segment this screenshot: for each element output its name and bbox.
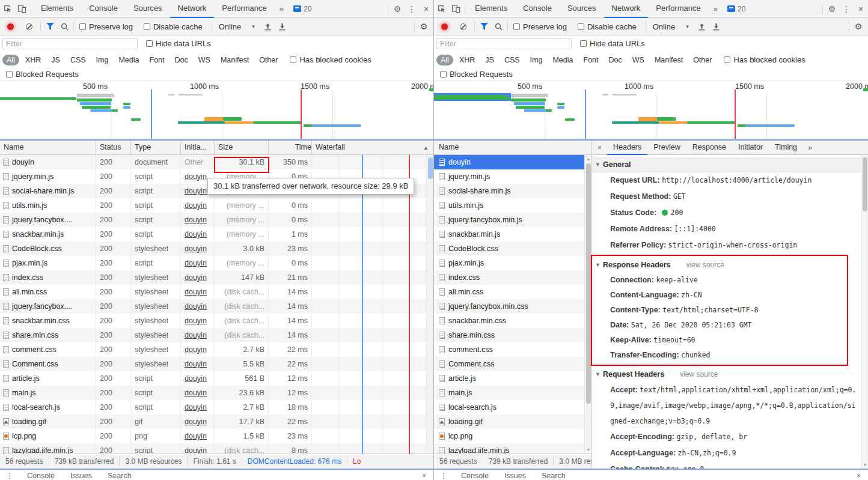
filter-pill-img[interactable]: Img [92,55,113,65]
blocked-requests-checkbox[interactable] [440,71,447,77]
initiator-link[interactable]: douyin [185,389,207,397]
table-row[interactable]: index.css200stylesheetdouyin147 kB21 ms [0,270,433,285]
view-source-link[interactable]: view source [680,370,718,378]
name-column-header[interactable]: Name [434,141,591,155]
column-header-waterfall[interactable]: Waterfall▲ [312,141,433,154]
settings-gear-icon[interactable]: ⚙ [825,1,839,17]
import-har-icon[interactable] [261,19,275,34]
kebab-menu-icon[interactable]: ⋮ [0,470,19,480]
disable-cache-checkbox[interactable] [144,23,150,30]
vertical-scrollbar[interactable]: ▼ [861,155,868,469]
drawer-tab-search[interactable]: Search [534,470,573,480]
network-settings-gear-icon[interactable]: ⚙ [851,19,866,34]
scrollbar-thumb[interactable] [428,157,433,179]
hide-data-urls-checkbox[interactable] [580,40,587,47]
close-drawer-icon[interactable]: × [415,470,433,480]
device-toolbar-icon[interactable] [448,1,463,17]
clear-icon[interactable] [26,23,32,30]
table-row[interactable]: main.js200scriptdouyin23.6 kB12 ms [0,386,433,400]
search-icon[interactable] [57,19,72,34]
initiator-link[interactable]: douyin [185,418,207,426]
drawer-tab-issues[interactable]: Issues [497,470,534,480]
network-request-table[interactable]: douyin200documentOther30.1 kB350 msjquer… [0,155,433,454]
filter-pill-js[interactable]: JS [47,55,64,65]
timeline-overview[interactable]: 500 ms1000 ms1500 ms2000 ms [0,81,433,139]
detail-tab-preview[interactable]: Preview [647,141,686,155]
export-har-icon[interactable] [275,19,290,34]
list-item[interactable]: utils.min.js [434,198,591,213]
initiator-link[interactable]: douyin [185,302,207,311]
column-header-name[interactable]: Name [0,141,96,154]
filter-input[interactable] [2,38,138,49]
list-item[interactable]: jquery.fancybox.min.js [434,213,591,227]
clear-icon[interactable] [460,23,466,30]
list-item[interactable]: social-share.min.js [434,184,591,198]
scroll-up-icon[interactable]: ▲ [585,157,591,161]
vertical-scrollbar[interactable] [426,155,433,454]
filter-pill-other[interactable]: Other [689,55,716,65]
table-row[interactable]: all.min.css200stylesheetdouyin(disk cach… [0,285,433,299]
initiator-link[interactable]: douyin [185,360,207,368]
drawer-tab-issues[interactable]: Issues [63,470,100,480]
list-item[interactable]: icp.png [434,429,591,443]
column-header-status[interactable]: Status [96,141,131,154]
filter-input[interactable] [436,38,572,49]
table-row[interactable]: utils.min.js200scriptdouyin(memory ...0 … [0,198,433,213]
disable-cache-checkbox[interactable] [578,23,584,30]
blocked-requests-checkbox[interactable] [6,71,13,77]
table-row[interactable]: jquery.fancybox....200stylesheetdouyin(d… [0,299,433,314]
close-details-icon[interactable]: × [592,144,607,152]
table-row[interactable]: snackbar.min.js200scriptdouyin(memory ..… [0,227,433,242]
detail-tab-headers[interactable]: Headers [607,141,647,155]
initiator-link[interactable]: douyin [185,273,207,282]
list-item[interactable]: main.js [434,386,591,400]
initiator-link[interactable]: douyin [185,374,207,383]
filter-pill-xhr[interactable]: XHR [455,55,479,65]
column-header-type[interactable]: Type [131,141,181,154]
table-row[interactable]: CodeBlock.css200stylesheetdouyin3.0 kB23… [0,242,433,256]
list-item[interactable]: jquery.min.js [434,169,591,184]
preserve-log-checkbox[interactable] [513,23,520,30]
table-row[interactable]: comment.css200stylesheetdouyin2.7 kB22 m… [0,342,433,357]
table-row[interactable]: share.min.css200stylesheetdouyin(disk ca… [0,328,433,342]
detail-tab-timing[interactable]: Timing [769,141,803,155]
scrollbar-thumb[interactable] [586,163,591,404]
list-item[interactable]: all.min.css [434,285,591,299]
filter-pill-img[interactable]: Img [526,55,547,65]
kebab-menu-icon[interactable]: ⋮ [405,1,419,17]
kebab-menu-icon[interactable]: ⋮ [434,470,453,480]
list-item[interactable]: index.css [434,270,591,285]
filter-pill-css[interactable]: CSS [500,55,524,65]
filter-pill-doc[interactable]: Doc [605,55,626,65]
initiator-link[interactable]: douyin [185,345,207,354]
inspect-icon[interactable] [0,1,14,17]
tab-console[interactable]: Console [81,0,126,18]
issues-badge-icon[interactable] [293,5,301,12]
scroll-down-icon[interactable]: ▼ [585,448,591,452]
initiator-link[interactable]: douyin [185,403,207,412]
initiator-link[interactable]: douyin [185,317,207,325]
search-icon[interactable] [491,19,506,34]
tab-sources[interactable]: Sources [126,0,170,18]
tab-sources[interactable]: Sources [560,0,604,18]
filter-pill-doc[interactable]: Doc [171,55,192,65]
disclosure-triangle-icon[interactable]: ▼ [595,157,601,172]
list-item[interactable]: share.min.css [434,328,591,342]
record-button[interactable] [441,23,448,30]
filter-pill-js[interactable]: JS [481,55,498,65]
drawer-tab-bar[interactable]: ⋮ConsoleIssuesSearch× [0,469,433,480]
section-header-request-headers[interactable]: ▼Request Headersview source [592,366,868,382]
close-devtools-icon[interactable]: × [854,1,868,17]
more-tabs-icon[interactable]: » [275,4,289,13]
list-item[interactable]: loading.gif [434,415,591,429]
more-detail-tabs-icon[interactable]: » [803,144,817,152]
filter-pill-xhr[interactable]: XHR [21,55,45,65]
sort-ascending-icon[interactable]: ▲ [423,141,429,154]
filter-pill-font[interactable]: Font [579,55,603,65]
table-row[interactable]: jquery.fancybox....200scriptdouyin(memor… [0,213,433,227]
column-header-size[interactable]: Size [215,141,269,154]
filter-pill-all[interactable]: All [436,55,453,65]
tab-elements[interactable]: Elements [467,0,515,18]
filter-pill-media[interactable]: Media [114,55,143,65]
throttling-select[interactable]: Online [219,22,242,31]
